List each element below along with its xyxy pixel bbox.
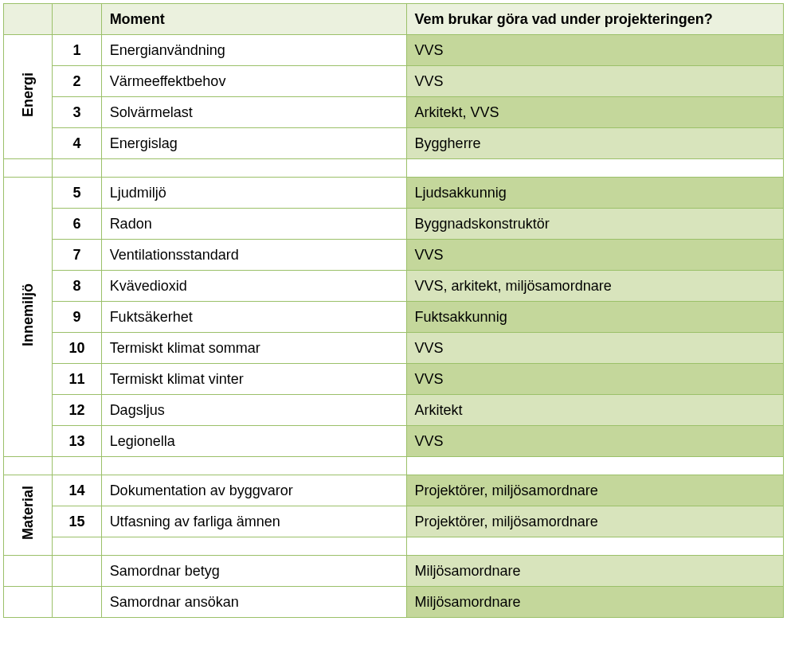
table-row: Material 14 Dokumentation av byggvaror P… [4,475,784,506]
header-who: Vem brukar göra vad under projekteringen… [406,4,783,35]
row-moment: Legionella [101,426,406,457]
table-row: Samordnar ansökan Miljösamordnare [4,587,784,618]
row-num: 11 [53,364,101,395]
row-num: 13 [53,426,101,457]
row-num: 6 [53,209,101,240]
row-who: Byggherre [406,128,783,159]
row-num: 7 [53,240,101,271]
table-row: 7 Ventilationsstandard VVS [4,240,784,271]
row-moment: Dagsljus [101,395,406,426]
row-moment: Utfasning av farliga ämnen [101,506,406,537]
blank-cat [4,587,53,618]
row-num: 8 [53,271,101,302]
row-num: 1 [53,35,101,66]
table-row: Innemiljö 5 Ljudmiljö Ljudsakkunnig [4,178,784,209]
row-who: Arkitekt, VVS [406,97,783,128]
row-who: Miljösamordnare [406,587,783,618]
table-row: 3 Solvärmelast Arkitekt, VVS [4,97,784,128]
row-num: 9 [53,302,101,333]
header-moment: Moment [101,4,406,35]
table-row: Energi 1 Energianvändning VVS [4,35,784,66]
spacer-row [4,457,784,475]
spacer-row [4,537,784,556]
table-row: 6 Radon Byggnadskonstruktör [4,209,784,240]
row-who: VVS, arkitekt, miljösamordnare [406,271,783,302]
row-moment: Termiskt klimat vinter [101,364,406,395]
table-row: 10 Termiskt klimat sommar VVS [4,333,784,364]
spacer-row [4,159,784,178]
row-moment: Dokumentation av byggvaror [101,475,406,506]
main-table: Moment Vem brukar göra vad under projekt… [3,3,784,618]
table-row: 11 Termiskt klimat vinter VVS [4,364,784,395]
category-label: Innemiljö [20,283,37,346]
row-moment: Radon [101,209,406,240]
row-moment: Ventilationsstandard [101,240,406,271]
row-moment: Solvärmelast [101,97,406,128]
table-row: 2 Värmeeffektbehov VVS [4,66,784,97]
row-moment: Värmeeffektbehov [101,66,406,97]
row-moment: Ljudmiljö [101,178,406,209]
table-row: 4 Energislag Byggherre [4,128,784,159]
blank-cat [4,556,53,587]
row-moment: Samordnar ansökan [101,587,406,618]
category-innemiljo: Innemiljö [4,178,53,457]
row-moment: Samordnar betyg [101,556,406,587]
row-num: 2 [53,66,101,97]
header-row: Moment Vem brukar göra vad under projekt… [4,4,784,35]
category-label: Material [20,486,37,540]
row-num: 15 [53,506,101,537]
row-moment: Energianvändning [101,35,406,66]
table-row: Samordnar betyg Miljösamordnare [4,556,784,587]
header-blank-cat [4,4,53,35]
row-moment: Fuktsäkerhet [101,302,406,333]
category-material: Material [4,475,53,556]
blank-num [53,587,101,618]
row-who: Arkitekt [406,395,783,426]
row-who: Miljösamordnare [406,556,783,587]
row-who: VVS [406,426,783,457]
row-who: VVS [406,35,783,66]
row-num: 12 [53,395,101,426]
row-who: Byggnadskonstruktör [406,209,783,240]
category-energi: Energi [4,35,53,159]
header-blank-num [53,4,101,35]
table-row: 9 Fuktsäkerhet Fuktsakkunnig [4,302,784,333]
table-row: 15 Utfasning av farliga ämnen Projektöre… [4,506,784,537]
row-who: Fuktsakkunnig [406,302,783,333]
row-num: 10 [53,333,101,364]
row-who: VVS [406,240,783,271]
blank-num [53,556,101,587]
row-moment: Energislag [101,128,406,159]
table-row: 12 Dagsljus Arkitekt [4,395,784,426]
row-who: Projektörer, miljösamordnare [406,506,783,537]
row-who: VVS [406,364,783,395]
category-label: Energi [20,72,37,117]
row-num: 5 [53,178,101,209]
table-row: 13 Legionella VVS [4,426,784,457]
row-moment: Termiskt klimat sommar [101,333,406,364]
row-num: 4 [53,128,101,159]
row-num: 3 [53,97,101,128]
row-who: VVS [406,333,783,364]
row-moment: Kvävedioxid [101,271,406,302]
row-who: Ljudsakkunnig [406,178,783,209]
row-num: 14 [53,475,101,506]
row-who: VVS [406,66,783,97]
row-who: Projektörer, miljösamordnare [406,475,783,506]
table-row: 8 Kvävedioxid VVS, arkitekt, miljösamord… [4,271,784,302]
